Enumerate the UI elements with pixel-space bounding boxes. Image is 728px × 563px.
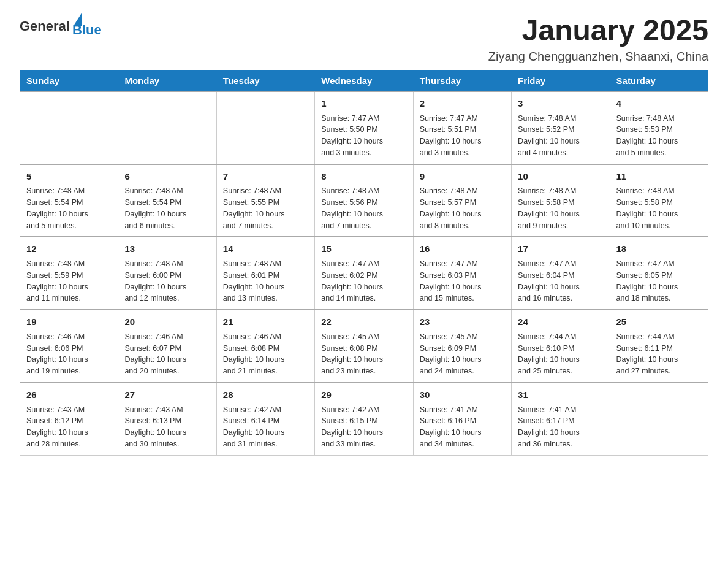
day-info: Sunrise: 7:48 AM Sunset: 6:01 PM Dayligh…: [223, 258, 308, 304]
calendar-day-9: 9Sunrise: 7:48 AM Sunset: 5:57 PM Daylig…: [413, 164, 511, 237]
day-number: 22: [321, 315, 406, 329]
calendar-day-8: 8Sunrise: 7:48 AM Sunset: 5:56 PM Daylig…: [315, 164, 413, 237]
day-info: Sunrise: 7:48 AM Sunset: 6:00 PM Dayligh…: [124, 258, 210, 304]
day-number: 31: [518, 388, 603, 402]
calendar-week-2: 5Sunrise: 7:48 AM Sunset: 5:54 PM Daylig…: [20, 164, 708, 237]
page-header: General Blue January 2025 Ziyang Chenggu…: [20, 15, 708, 64]
day-number: 21: [223, 315, 308, 329]
calendar-day-23: 23Sunrise: 7:45 AM Sunset: 6:09 PM Dayli…: [413, 310, 511, 383]
col-header-tuesday: Tuesday: [216, 70, 314, 91]
day-info: Sunrise: 7:48 AM Sunset: 5:54 PM Dayligh…: [26, 185, 112, 231]
day-number: 28: [223, 388, 308, 402]
day-number: 24: [518, 315, 603, 329]
calendar-day-18: 18Sunrise: 7:47 AM Sunset: 6:05 PM Dayli…: [610, 237, 708, 310]
col-header-thursday: Thursday: [413, 70, 511, 91]
day-info: Sunrise: 7:48 AM Sunset: 5:58 PM Dayligh…: [518, 185, 603, 231]
day-info: Sunrise: 7:48 AM Sunset: 5:53 PM Dayligh…: [616, 113, 702, 159]
col-header-saturday: Saturday: [610, 70, 708, 91]
day-info: Sunrise: 7:41 AM Sunset: 6:17 PM Dayligh…: [518, 404, 603, 450]
day-number: 5: [26, 170, 112, 183]
day-number: 23: [420, 315, 505, 329]
day-info: Sunrise: 7:48 AM Sunset: 5:57 PM Dayligh…: [420, 185, 505, 231]
calendar-day-16: 16Sunrise: 7:47 AM Sunset: 6:03 PM Dayli…: [413, 237, 511, 310]
day-info: Sunrise: 7:42 AM Sunset: 6:15 PM Dayligh…: [321, 404, 406, 450]
day-info: Sunrise: 7:48 AM Sunset: 5:59 PM Dayligh…: [26, 258, 112, 304]
day-info: Sunrise: 7:48 AM Sunset: 5:55 PM Dayligh…: [223, 185, 308, 231]
empty-cell: [20, 91, 118, 164]
calendar-day-14: 14Sunrise: 7:48 AM Sunset: 6:01 PM Dayli…: [216, 237, 314, 310]
calendar-day-2: 2Sunrise: 7:47 AM Sunset: 5:51 PM Daylig…: [413, 91, 511, 164]
calendar-day-27: 27Sunrise: 7:43 AM Sunset: 6:13 PM Dayli…: [118, 383, 216, 455]
logo-blue-text: Blue: [72, 22, 102, 38]
empty-cell: [216, 91, 314, 164]
calendar-day-1: 1Sunrise: 7:47 AM Sunset: 5:50 PM Daylig…: [315, 91, 413, 164]
col-header-monday: Monday: [118, 70, 216, 91]
calendar-day-15: 15Sunrise: 7:47 AM Sunset: 6:02 PM Dayli…: [315, 237, 413, 310]
day-info: Sunrise: 7:47 AM Sunset: 5:51 PM Dayligh…: [420, 113, 505, 159]
calendar-day-13: 13Sunrise: 7:48 AM Sunset: 6:00 PM Dayli…: [118, 237, 216, 310]
calendar-day-12: 12Sunrise: 7:48 AM Sunset: 5:59 PM Dayli…: [20, 237, 118, 310]
calendar-day-17: 17Sunrise: 7:47 AM Sunset: 6:04 PM Dayli…: [512, 237, 610, 310]
calendar-week-3: 12Sunrise: 7:48 AM Sunset: 5:59 PM Dayli…: [20, 237, 708, 310]
day-info: Sunrise: 7:44 AM Sunset: 6:10 PM Dayligh…: [518, 331, 603, 377]
calendar-day-29: 29Sunrise: 7:42 AM Sunset: 6:15 PM Dayli…: [315, 383, 413, 455]
day-number: 3: [518, 97, 603, 110]
calendar-day-30: 30Sunrise: 7:41 AM Sunset: 6:16 PM Dayli…: [413, 383, 511, 455]
day-info: Sunrise: 7:48 AM Sunset: 5:54 PM Dayligh…: [124, 185, 210, 231]
day-number: 30: [420, 388, 505, 402]
empty-cell: [118, 91, 216, 164]
calendar-day-10: 10Sunrise: 7:48 AM Sunset: 5:58 PM Dayli…: [512, 164, 610, 237]
day-number: 10: [518, 170, 603, 183]
day-info: Sunrise: 7:46 AM Sunset: 6:06 PM Dayligh…: [26, 331, 112, 377]
day-info: Sunrise: 7:45 AM Sunset: 6:08 PM Dayligh…: [321, 331, 406, 377]
day-number: 12: [26, 242, 112, 256]
day-info: Sunrise: 7:48 AM Sunset: 5:52 PM Dayligh…: [518, 113, 603, 159]
day-number: 16: [420, 242, 505, 256]
calendar-week-5: 26Sunrise: 7:43 AM Sunset: 6:12 PM Dayli…: [20, 383, 708, 455]
day-number: 1: [321, 97, 406, 110]
day-number: 27: [124, 388, 210, 402]
day-number: 4: [616, 97, 702, 110]
day-number: 25: [616, 315, 702, 329]
day-info: Sunrise: 7:43 AM Sunset: 6:13 PM Dayligh…: [124, 404, 210, 450]
day-info: Sunrise: 7:47 AM Sunset: 6:05 PM Dayligh…: [616, 258, 702, 304]
day-info: Sunrise: 7:47 AM Sunset: 6:02 PM Dayligh…: [321, 258, 406, 304]
calendar-day-7: 7Sunrise: 7:48 AM Sunset: 5:55 PM Daylig…: [216, 164, 314, 237]
day-info: Sunrise: 7:47 AM Sunset: 6:04 PM Dayligh…: [518, 258, 603, 304]
calendar-week-4: 19Sunrise: 7:46 AM Sunset: 6:06 PM Dayli…: [20, 310, 708, 383]
calendar-day-22: 22Sunrise: 7:45 AM Sunset: 6:08 PM Dayli…: [315, 310, 413, 383]
logo: General Blue: [20, 15, 102, 38]
col-header-sunday: Sunday: [20, 70, 118, 91]
calendar-day-24: 24Sunrise: 7:44 AM Sunset: 6:10 PM Dayli…: [512, 310, 610, 383]
day-number: 20: [124, 315, 210, 329]
calendar-day-11: 11Sunrise: 7:48 AM Sunset: 5:58 PM Dayli…: [610, 164, 708, 237]
calendar-day-20: 20Sunrise: 7:46 AM Sunset: 6:07 PM Dayli…: [118, 310, 216, 383]
calendar-body: 1Sunrise: 7:47 AM Sunset: 5:50 PM Daylig…: [20, 91, 708, 455]
calendar-day-26: 26Sunrise: 7:43 AM Sunset: 6:12 PM Dayli…: [20, 383, 118, 455]
day-info: Sunrise: 7:48 AM Sunset: 5:56 PM Dayligh…: [321, 185, 406, 231]
day-number: 11: [616, 170, 702, 183]
day-number: 15: [321, 242, 406, 256]
day-number: 2: [420, 97, 505, 110]
day-info: Sunrise: 7:46 AM Sunset: 6:08 PM Dayligh…: [223, 331, 308, 377]
calendar-header: SundayMondayTuesdayWednesdayThursdayFrid…: [20, 70, 708, 91]
day-info: Sunrise: 7:41 AM Sunset: 6:16 PM Dayligh…: [420, 404, 505, 450]
day-info: Sunrise: 7:45 AM Sunset: 6:09 PM Dayligh…: [420, 331, 505, 377]
day-number: 8: [321, 170, 406, 183]
day-info: Sunrise: 7:47 AM Sunset: 5:50 PM Dayligh…: [321, 113, 406, 159]
calendar-week-1: 1Sunrise: 7:47 AM Sunset: 5:50 PM Daylig…: [20, 91, 708, 164]
calendar-day-5: 5Sunrise: 7:48 AM Sunset: 5:54 PM Daylig…: [20, 164, 118, 237]
day-info: Sunrise: 7:42 AM Sunset: 6:14 PM Dayligh…: [223, 404, 308, 450]
day-number: 7: [223, 170, 308, 183]
page-title: January 2025: [488, 15, 708, 47]
logo-general-text: General: [20, 18, 70, 34]
day-info: Sunrise: 7:47 AM Sunset: 6:03 PM Dayligh…: [420, 258, 505, 304]
day-number: 29: [321, 388, 406, 402]
calendar-day-3: 3Sunrise: 7:48 AM Sunset: 5:52 PM Daylig…: [512, 91, 610, 164]
day-number: 19: [26, 315, 112, 329]
calendar-day-25: 25Sunrise: 7:44 AM Sunset: 6:11 PM Dayli…: [610, 310, 708, 383]
day-number: 14: [223, 242, 308, 256]
col-header-wednesday: Wednesday: [315, 70, 413, 91]
col-header-friday: Friday: [512, 70, 610, 91]
day-info: Sunrise: 7:48 AM Sunset: 5:58 PM Dayligh…: [616, 185, 702, 231]
